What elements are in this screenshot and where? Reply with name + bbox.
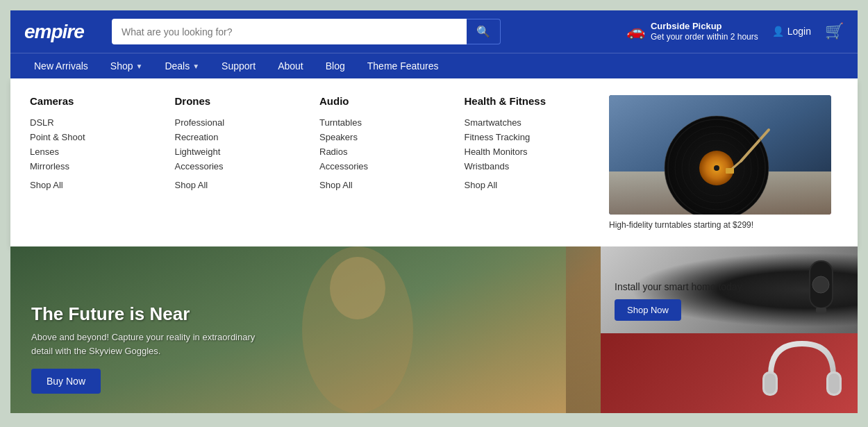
mega-menu: Cameras DSLR Point & Shoot Lenses Mirror… [10, 78, 858, 246]
menu-column-drones: Drones Professional Recreation Lightweig… [175, 95, 320, 230]
smart-home-text: Install your smart home today. [615, 281, 844, 292]
search-bar: 🔍 [112, 19, 501, 44]
menu-item-turntables[interactable]: Turntables [319, 115, 451, 130]
menu-category-title: Health & Fitness [465, 95, 596, 107]
menu-category-title: Drones [175, 95, 306, 107]
menu-item-shop-all-audio[interactable]: Shop All [319, 178, 451, 192]
search-input[interactable] [112, 19, 467, 44]
nav-label: Deals [165, 60, 190, 72]
login-label: Login [787, 26, 811, 37]
nav-label: Shop [110, 60, 133, 72]
shop-now-label: Shop Now [627, 305, 669, 315]
navigation-bar: New Arrivals Shop ▼ Deals ▼ Support Abou… [10, 53, 858, 78]
nav-item-support[interactable]: Support [212, 53, 265, 78]
svg-rect-11 [726, 168, 734, 174]
svg-rect-22 [765, 374, 776, 394]
search-icon: 🔍 [476, 26, 490, 37]
car-icon: 🚗 [626, 22, 645, 40]
menu-item-recreation[interactable]: Recreation [175, 130, 306, 144]
hero-right: Install your smart home today. Shop Now [601, 246, 858, 413]
menu-column-health-fitness: Health & Fitness Smartwatches Fitness Tr… [465, 95, 610, 230]
headphones-icon [757, 337, 847, 413]
buy-now-button[interactable]: Buy Now [31, 369, 101, 394]
menu-category-title: Audio [319, 95, 451, 107]
cart-button[interactable]: 🛒 [825, 22, 844, 40]
login-button[interactable]: 👤 Login [772, 26, 811, 37]
chevron-down-icon: ▼ [192, 62, 199, 70]
menu-item-wristbands[interactable]: Wristbands [465, 159, 596, 174]
promo-caption: High-fidelity turntables starting at $29… [609, 220, 838, 230]
menu-item-shop-all-cameras[interactable]: Shop All [30, 178, 161, 192]
menu-item-smartwatches[interactable]: Smartwatches [465, 115, 596, 130]
nav-item-deals[interactable]: Deals ▼ [155, 53, 209, 78]
curbside-pickup: 🚗 Curbside Pickup Get your order within … [626, 21, 758, 43]
menu-column-cameras: Cameras DSLR Point & Shoot Lenses Mirror… [30, 95, 175, 230]
cart-icon: 🛒 [825, 22, 844, 40]
curbside-subtitle: Get your order within 2 hours [651, 31, 758, 43]
menu-item-lenses[interactable]: Lenses [30, 144, 161, 159]
menu-item-accessories-audio[interactable]: Accessories [319, 159, 451, 174]
nav-label: New Arrivals [34, 60, 88, 72]
turntable-image [609, 95, 831, 215]
menu-item-health-monitors[interactable]: Health Monitors [465, 144, 596, 159]
svg-rect-23 [828, 374, 840, 394]
promo-image[interactable] [609, 95, 831, 215]
nav-item-about[interactable]: About [268, 53, 313, 78]
header-right: 🚗 Curbside Pickup Get your order within … [626, 21, 844, 43]
nav-item-shop[interactable]: Shop ▼ [101, 53, 153, 78]
nav-item-blog[interactable]: Blog [316, 53, 355, 78]
nav-label: About [278, 60, 303, 72]
menu-item-dslr[interactable]: DSLR [30, 115, 161, 130]
menu-item-point-shoot[interactable]: Point & Shoot [30, 130, 161, 144]
nav-item-new-arrivals[interactable]: New Arrivals [24, 53, 98, 78]
hero-section: The Future is Near Above and beyond! Cap… [10, 246, 858, 413]
hero-right-bottom [601, 333, 858, 413]
menu-item-speakers[interactable]: Speakers [319, 130, 451, 144]
header: empire 🔍 🚗 Curbside Pickup Get your orde… [10, 10, 858, 53]
search-button[interactable]: 🔍 [467, 19, 501, 44]
menu-category-title: Cameras [30, 95, 161, 107]
menu-item-accessories-drones[interactable]: Accessories [175, 159, 306, 174]
buy-now-label: Buy Now [47, 376, 85, 387]
menu-item-lightweight[interactable]: Lightweight [175, 144, 306, 159]
user-icon: 👤 [772, 26, 784, 37]
nav-label: Blog [326, 60, 345, 72]
shop-now-button[interactable]: Shop Now [615, 299, 681, 321]
nav-label: Theme Features [367, 60, 439, 72]
logo: empire [24, 21, 101, 43]
menu-promo: High-fidelity turntables starting at $29… [609, 95, 838, 230]
menu-item-shop-all-health[interactable]: Shop All [465, 178, 596, 192]
hero-title: The Future is Near [31, 303, 580, 325]
menu-item-radios[interactable]: Radios [319, 144, 451, 159]
curbside-title: Curbside Pickup [651, 21, 758, 31]
menu-item-fitness-tracking[interactable]: Fitness Tracking [465, 130, 596, 144]
nav-label: Support [222, 60, 256, 72]
hero-right-top: Install your smart home today. Shop Now [601, 246, 858, 333]
svg-point-8 [714, 165, 719, 171]
menu-item-professional[interactable]: Professional [175, 115, 306, 130]
chevron-down-icon: ▼ [136, 62, 143, 70]
menu-item-mirrorless[interactable]: Mirrorless [30, 159, 161, 174]
hero-subtitle: Above and beyond! Capture your reality i… [31, 330, 267, 358]
nav-item-theme-features[interactable]: Theme Features [358, 53, 449, 78]
menu-item-shop-all-drones[interactable]: Shop All [175, 178, 306, 192]
menu-column-audio: Audio Turntables Speakers Radios Accesso… [319, 95, 465, 230]
hero-left: The Future is Near Above and beyond! Cap… [10, 246, 601, 413]
